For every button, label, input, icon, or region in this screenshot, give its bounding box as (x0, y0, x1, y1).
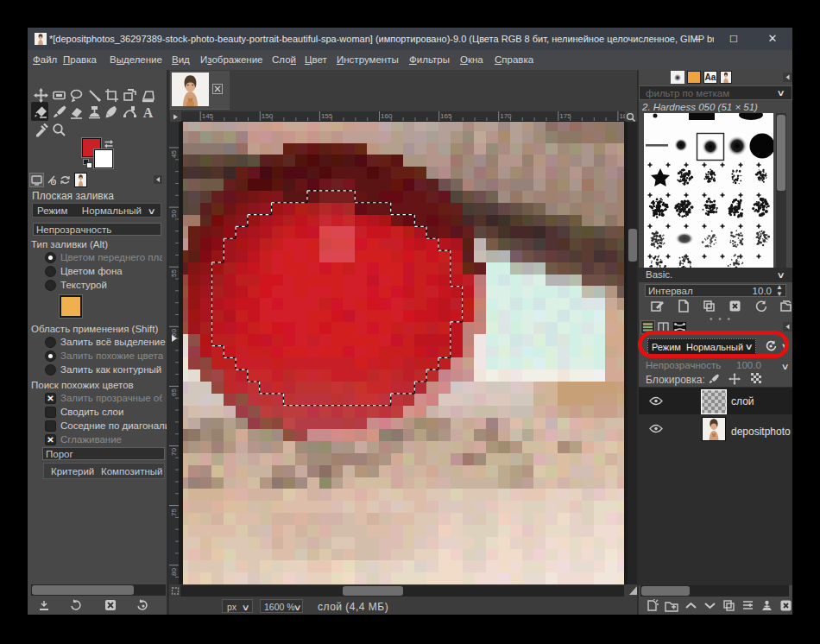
svg-text:50: 50 (170, 209, 178, 217)
svg-text:o: o (52, 179, 55, 185)
svg-text:80: 80 (170, 567, 178, 575)
svg-text:65: 65 (170, 388, 178, 395)
svg-text:75: 75 (170, 508, 178, 515)
svg-text:A: A (142, 105, 153, 120)
svg-text:55: 55 (170, 268, 178, 276)
svg-text:60: 60 (170, 328, 178, 336)
svg-text:70: 70 (170, 447, 178, 455)
svg-text:45: 45 (170, 149, 178, 157)
